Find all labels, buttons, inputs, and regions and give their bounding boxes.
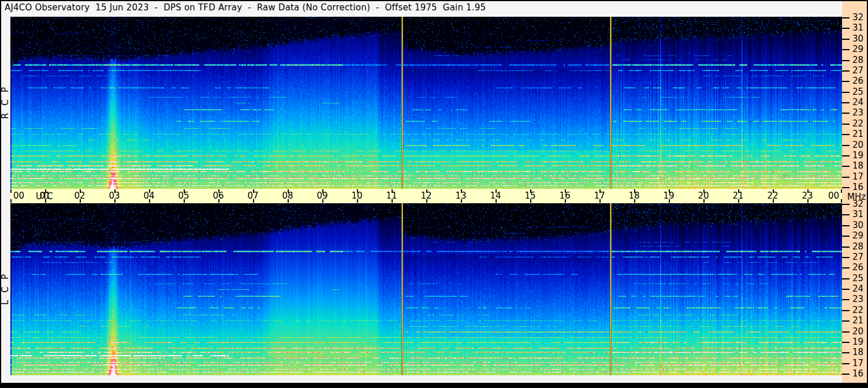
- hour-label: 03: [109, 191, 120, 201]
- hour-label: 00: [828, 191, 839, 201]
- hour-label: 09: [316, 191, 327, 201]
- freq-label: 32: [852, 13, 863, 22]
- freq-tick: [842, 28, 850, 29]
- freq-tick: [842, 124, 850, 125]
- freq-label: 28: [852, 56, 863, 65]
- freq-tick: [842, 247, 850, 248]
- freq-tick: [842, 60, 850, 61]
- hour-label: 07: [247, 191, 258, 201]
- page-title: AJ4CO Observatory 15 Jun 2023 - DPS on T…: [5, 2, 486, 14]
- spectrogram-lcp: [10, 203, 842, 375]
- hour-tick: [841, 189, 842, 193]
- time-axis: UTC 000102030405060708091011121314151617…: [10, 189, 842, 203]
- freq-tick: [842, 267, 850, 268]
- freq-tick: [842, 17, 850, 18]
- freq-tick: [842, 204, 850, 205]
- freq-tick: [842, 310, 850, 311]
- hour-label: 15: [524, 191, 535, 201]
- hour-label: 22: [767, 191, 778, 201]
- freq-label: 26: [852, 77, 863, 85]
- hour-tick: [841, 199, 842, 203]
- hour-label: 10: [351, 191, 362, 201]
- hour-label: 23: [802, 191, 813, 201]
- freq-label: 21: [852, 130, 863, 139]
- freq-tick: [842, 113, 850, 114]
- freq-tick: [842, 320, 850, 322]
- radio-spectrograph-screen: AJ4CO Observatory 15 Jun 2023 - DPS on T…: [0, 0, 868, 388]
- freq-label: 22: [852, 120, 863, 128]
- freq-label: 16: [852, 183, 863, 192]
- freq-tick: [842, 187, 850, 188]
- hour-label: 18: [628, 191, 639, 201]
- freq-tick: [842, 214, 850, 215]
- freq-label: 21: [852, 316, 863, 325]
- hour-label: 05: [178, 191, 189, 201]
- freq-label: 24: [852, 98, 863, 107]
- freq-tick: [842, 177, 850, 178]
- hour-label: 12: [420, 191, 431, 201]
- hour-label: 16: [559, 191, 570, 201]
- polarization-label-rcp: R C P: [0, 68, 10, 137]
- freq-label: 25: [852, 88, 863, 96]
- hour-label: 21: [732, 191, 743, 201]
- freq-tick: [842, 166, 850, 167]
- freq-label: 23: [852, 109, 863, 117]
- polarization-label-lcp: L C P: [0, 255, 10, 324]
- freq-label: 19: [852, 151, 863, 160]
- hour-tick: [10, 189, 12, 193]
- freq-tick: [842, 225, 850, 226]
- freq-label: 23: [852, 295, 863, 304]
- freq-label: 32: [852, 200, 863, 208]
- freq-tick: [842, 134, 850, 135]
- freq-label: 28: [852, 242, 863, 251]
- freq-tick: [842, 49, 850, 50]
- freq-label: 22: [852, 306, 863, 315]
- freq-label: 30: [852, 35, 863, 43]
- freq-tick: [842, 363, 850, 364]
- freq-label: 20: [852, 141, 863, 150]
- hour-label: 19: [663, 191, 674, 201]
- freq-tick: [842, 236, 850, 237]
- hour-label: 17: [594, 191, 605, 201]
- freq-label: 16: [852, 370, 863, 378]
- hour-label: 13: [455, 191, 466, 201]
- freq-label: 30: [852, 221, 863, 230]
- freq-tick: [842, 102, 850, 103]
- hour-label: 00: [13, 191, 24, 201]
- freq-label: 17: [852, 359, 863, 368]
- freq-label: 29: [852, 45, 863, 54]
- freq-tick: [842, 145, 850, 146]
- spectrogram-rcp: [10, 17, 842, 189]
- freq-label: 17: [852, 173, 863, 181]
- hour-label: 08: [282, 191, 293, 201]
- hour-label: 04: [143, 191, 154, 201]
- freq-tick: [842, 70, 850, 72]
- freq-label: 27: [852, 253, 863, 262]
- hour-label: 14: [490, 191, 501, 201]
- hour-tick: [10, 199, 12, 203]
- hour-label: 02: [74, 191, 85, 201]
- hour-label: 20: [698, 191, 709, 201]
- freq-tick: [842, 331, 850, 333]
- freq-label: 31: [852, 210, 863, 219]
- freq-label: 31: [852, 24, 863, 32]
- freq-tick: [842, 299, 850, 300]
- freq-label: 29: [852, 232, 863, 240]
- freq-label: 20: [852, 327, 863, 336]
- hour-label: 06: [213, 191, 223, 201]
- freq-label: 25: [852, 274, 863, 283]
- freq-label: 27: [852, 66, 863, 75]
- freq-label: 24: [852, 285, 863, 293]
- freq-tick: [842, 342, 850, 343]
- freq-tick: [842, 278, 850, 279]
- freq-label: 18: [852, 348, 863, 357]
- freq-tick: [842, 289, 850, 290]
- freq-tick: [842, 92, 850, 93]
- freq-tick: [842, 352, 850, 353]
- hour-label: 11: [386, 191, 397, 201]
- hour-label: 01: [39, 191, 50, 201]
- freq-label: 19: [852, 338, 863, 346]
- freq-tick: [842, 81, 850, 82]
- freq-tick: [842, 155, 850, 156]
- freq-tick: [842, 374, 850, 375]
